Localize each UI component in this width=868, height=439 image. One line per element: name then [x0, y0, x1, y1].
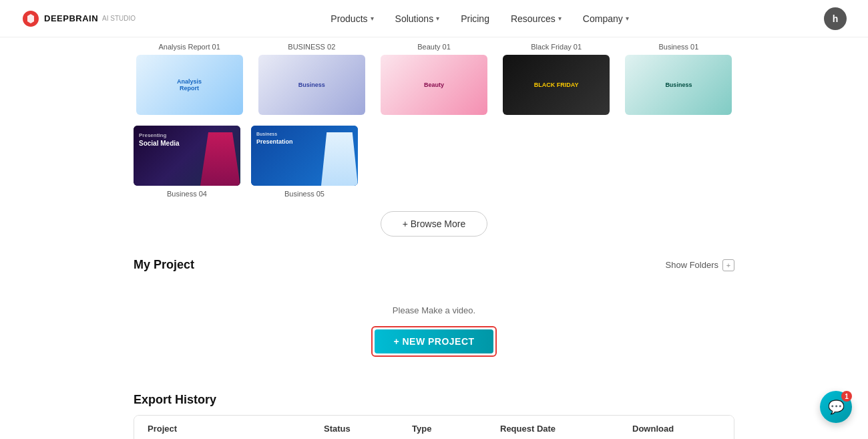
chat-badge: 1 [841, 391, 852, 402]
chevron-down-icon: ▾ [558, 15, 562, 22]
show-folders-label: Show Folders [666, 260, 718, 270]
export-table-header: Project Status Type Request Date Downloa… [134, 416, 734, 439]
nav-link-company[interactable]: Company ▾ [583, 13, 629, 24]
nav-item-solutions[interactable]: Solutions ▾ [395, 13, 440, 24]
export-table: Project Status Type Request Date Downloa… [134, 415, 734, 439]
template-thumb-analysis[interactable]: AnalysisReport [136, 55, 243, 115]
template-item-business-05[interactable]: Business Presentation Business 05 [251, 126, 358, 198]
col-header-download: Download [632, 424, 720, 434]
template-bottom-row: Presenting Social Media Business 04 Busi… [134, 126, 734, 198]
nav-link-solutions[interactable]: Solutions ▾ [395, 13, 440, 24]
brand-logo[interactable]: DEEPBRAIN AI STUDIO [21, 9, 136, 28]
browse-more-row: + Browse More [134, 211, 734, 237]
chevron-down-icon: ▾ [626, 15, 629, 22]
template-top-row: Analysis Report 01 AnalysisReport BUSINE… [134, 43, 734, 115]
thumb-b04-visual: Presenting Social Media [134, 126, 240, 186]
template-thumb-business05[interactable]: Business Presentation [251, 126, 358, 186]
nav-link-pricing[interactable]: Pricing [461, 13, 489, 24]
export-history-section: Export History Project Status Type Reque… [134, 393, 734, 439]
empty-state-text: Please Make a video. [393, 305, 475, 315]
template-thumb-business04[interactable]: Presenting Social Media [134, 126, 240, 186]
template-thumb-business02[interactable]: Business [258, 55, 365, 115]
template-item-analysis-report-01[interactable]: Analysis Report 01 AnalysisReport [134, 43, 245, 115]
brand-sub: AI STUDIO [102, 15, 136, 22]
browse-more-button[interactable]: + Browse More [381, 211, 488, 237]
main-content: Analysis Report 01 AnalysisReport BUSINE… [0, 43, 868, 439]
chat-icon: 💬 [828, 399, 845, 415]
my-project-header: My Project Show Folders + [134, 258, 734, 272]
show-folders-button[interactable]: Show Folders + [666, 259, 734, 271]
template-thumb-blackfriday[interactable]: BLACK FRIDAY [503, 55, 610, 115]
template-item-business-01[interactable]: Business 01 Business [623, 43, 734, 115]
my-project-empty-state: Please Make a video. + NEW PROJECT [134, 285, 734, 377]
new-project-button[interactable]: + NEW PROJECT [375, 329, 493, 353]
thumb-b05-visual: Business Presentation [251, 126, 358, 186]
col-header-type: Type [412, 424, 500, 434]
nav-links: Products ▾ Solutions ▾ Pricing Resources… [331, 13, 628, 24]
my-project-title: My Project [134, 258, 194, 272]
nav-item-resources[interactable]: Resources ▾ [511, 13, 562, 24]
col-header-request-date: Request Date [500, 424, 632, 434]
col-header-status: Status [324, 424, 412, 434]
new-project-btn-wrapper: + NEW PROJECT [371, 326, 496, 357]
navbar: DEEPBRAIN AI STUDIO Products ▾ Solutions… [0, 0, 868, 37]
nav-link-products[interactable]: Products ▾ [331, 13, 373, 24]
folder-icon: + [722, 259, 734, 271]
chat-button[interactable]: 💬 1 [820, 391, 852, 423]
export-history-title: Export History [134, 393, 734, 407]
template-thumb-business01[interactable]: Business [625, 55, 732, 115]
nav-item-pricing[interactable]: Pricing [461, 13, 489, 24]
chevron-down-icon: ▾ [436, 15, 439, 22]
nav-link-resources[interactable]: Resources ▾ [511, 13, 562, 24]
template-item-business-04[interactable]: Presenting Social Media Business 04 [134, 126, 240, 198]
deepbrain-logo-icon [21, 9, 40, 28]
nav-item-company[interactable]: Company ▾ [583, 13, 629, 24]
chevron-down-icon: ▾ [371, 15, 374, 22]
col-header-project: Project [148, 424, 324, 434]
user-avatar[interactable]: h [824, 7, 847, 30]
brand-name: DEEPBRAIN [44, 13, 98, 23]
template-item-black-friday-01[interactable]: Black Friday 01 BLACK FRIDAY [501, 43, 612, 115]
template-item-business-02[interactable]: BUSINESS 02 Business [256, 43, 367, 115]
template-thumb-beauty[interactable]: Beauty [381, 55, 487, 115]
nav-item-products[interactable]: Products ▾ [331, 13, 373, 24]
template-item-beauty-01[interactable]: Beauty 01 Beauty [378, 43, 489, 115]
